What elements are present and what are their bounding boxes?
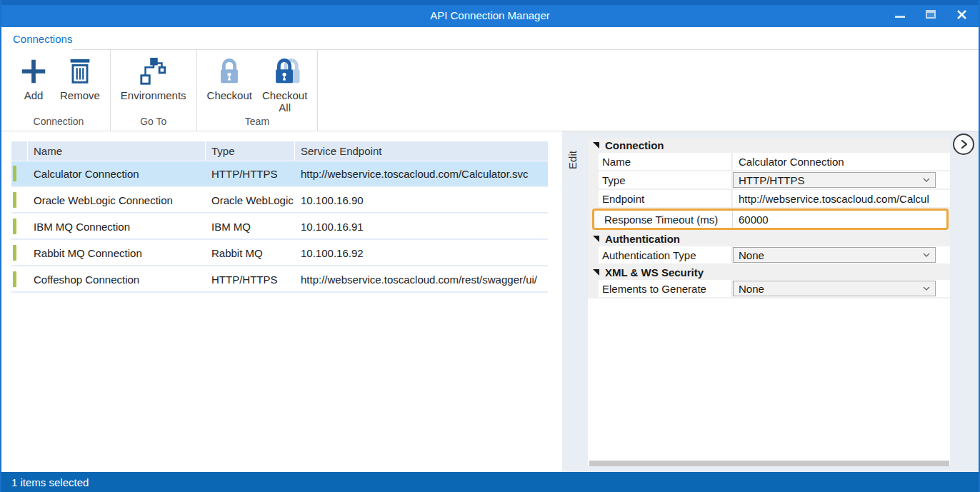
edit-tab-label: Edit <box>566 151 579 169</box>
prop-label-authentication-type: Authentication Type <box>599 246 731 263</box>
property-group-xml-ws-security: XML & WS Security Elements to Generate N… <box>588 265 950 297</box>
cell-name: Coffeshop Connection <box>28 267 206 291</box>
chevron-down-icon <box>923 253 930 257</box>
tab-edit[interactable]: Edit <box>562 138 584 472</box>
property-group-header[interactable]: Authentication <box>588 231 950 246</box>
cell-type: HTTP/HTTPS <box>206 161 295 186</box>
prop-dropdown-elements-to-generate[interactable]: None <box>733 281 936 296</box>
environments-icon <box>138 56 169 87</box>
checkout-status-indicator <box>13 166 16 181</box>
property-row-authentication-type: Authentication Type None <box>588 246 950 263</box>
cell-service-endpoint: http://webservice.toscacloud.com/Calcula… <box>295 161 548 186</box>
header-service-endpoint[interactable]: Service Endpoint <box>295 141 548 161</box>
table-row-coffeshop-connection[interactable]: Coffeshop Connection HTTP/HTTPS http://w… <box>11 267 548 293</box>
property-row-response-timeout-ms: Response Timeout (ms) 60000 <box>592 209 949 230</box>
add-button[interactable]: Add <box>17 56 50 101</box>
cell-type: Oracle WebLogic <box>206 188 295 212</box>
prop-dropdown-authentication-type[interactable]: None <box>733 247 936 263</box>
prop-value-endpoint[interactable]: http://webservice.toscacloud.com/Calcul <box>733 190 950 207</box>
checkout-status-indicator <box>13 192 16 208</box>
trash-icon <box>64 56 96 87</box>
checkout-status-indicator <box>13 271 16 287</box>
table-row-oracle-weblogic-connection[interactable]: Oracle WebLogic Connection Oracle WebLog… <box>11 188 548 214</box>
ribbon-group-go-to: Environments Go To <box>111 50 197 131</box>
prop-value-elements-to-generate: None <box>733 280 950 297</box>
table-row-rabbit-mq-connection[interactable]: Rabbit MQ Connection Rabbit MQ 10.100.16… <box>11 241 548 266</box>
lock-stack-icon <box>269 56 301 87</box>
chevron-right-icon <box>960 139 968 149</box>
edit-panel: Edit Connection Name Calculator Connecti… <box>562 131 979 472</box>
cell-service-endpoint: 10.100.16.90 <box>295 188 548 212</box>
window-title: API Connection Manager <box>430 9 550 21</box>
cell-name: Calculator Connection <box>28 161 206 186</box>
lock-icon <box>214 56 245 87</box>
ribbon-group-connection: Add Remove Connection <box>7 50 111 131</box>
maximize-icon <box>926 10 936 19</box>
property-group-connection: Connection Name Calculator Connection Ty… <box>588 138 950 230</box>
checkout-status-indicator <box>13 245 16 261</box>
property-row-endpoint: Endpoint http://webservice.toscacloud.co… <box>588 190 950 207</box>
cell-type: Rabbit MQ <box>206 241 295 265</box>
property-grid: Connection Name Calculator Connection Ty… <box>588 138 950 466</box>
minimize-icon <box>895 16 905 18</box>
checkout-button[interactable]: Checkout <box>207 56 252 101</box>
cell-name: IBM MQ Connection <box>28 214 206 239</box>
prop-value-name[interactable]: Calculator Connection <box>733 153 950 170</box>
property-group-header[interactable]: XML & WS Security <box>588 265 950 280</box>
property-row-type: Type HTTP/HTTPS <box>588 171 950 189</box>
property-group-header[interactable]: Connection <box>588 138 950 153</box>
ribbon-group-label: Go To <box>121 114 186 131</box>
cell-type: IBM MQ <box>206 214 295 239</box>
ribbon-tab-row: Connections <box>1 27 979 50</box>
checkout-status-indicator <box>13 219 16 234</box>
ribbon-group-label: Team <box>207 114 308 131</box>
property-rows: Connection Name Calculator Connection Ty… <box>588 138 950 298</box>
cell-name: Rabbit MQ Connection <box>28 241 206 265</box>
header-name[interactable]: Name <box>28 141 206 161</box>
cell-type: HTTP/HTTPS <box>206 267 295 291</box>
selection-count: 1 items selected <box>11 476 89 488</box>
content-area: Name Type Service Endpoint Calculator Co… <box>1 131 979 472</box>
cell-name: Oracle WebLogic Connection <box>28 188 206 212</box>
header-indicator-column <box>11 141 28 161</box>
api-connection-manager-window: API Connection Manager Connections Add R… <box>0 0 980 492</box>
close-button[interactable] <box>956 9 967 20</box>
horizontal-scrollbar[interactable] <box>589 461 949 466</box>
list-header: Name Type Service Endpoint <box>11 141 548 161</box>
header-type[interactable]: Type <box>206 141 295 161</box>
chevron-down-icon <box>923 178 930 182</box>
property-row-name: Name Calculator Connection <box>588 153 950 170</box>
cell-service-endpoint: 10.100.16.92 <box>295 241 548 265</box>
remove-button[interactable]: Remove <box>60 56 100 101</box>
table-row-calculator-connection[interactable]: Calculator Connection HTTP/HTTPS http://… <box>11 161 548 187</box>
cell-service-endpoint: http://webservice.toscacloud.com/rest/sw… <box>295 267 548 291</box>
prop-label-endpoint: Endpoint <box>599 190 731 207</box>
prop-label-elements-to-generate: Elements to Generate <box>599 280 731 297</box>
collapse-panel-button[interactable] <box>953 134 974 155</box>
prop-label-type: Type <box>599 171 731 189</box>
prop-value-authentication-type: None <box>733 246 950 263</box>
prop-value-response-timeout-ms[interactable]: 60000 <box>732 211 946 228</box>
minimize-button[interactable] <box>894 9 906 20</box>
plus-icon <box>18 56 49 87</box>
ribbon-groups: Add Remove Connection Environments Go To… <box>1 50 979 131</box>
environments-button[interactable]: Environments <box>121 56 186 101</box>
collapse-triangle-icon <box>593 269 599 276</box>
table-row-ibm-mq-connection[interactable]: IBM MQ Connection IBM MQ 10.100.16.91 <box>11 214 548 240</box>
ribbon-group-label: Connection <box>17 114 100 131</box>
tab-connections[interactable]: Connections <box>1 33 84 45</box>
checkout-all-button[interactable]: Checkout All <box>262 56 307 114</box>
collapse-triangle-icon <box>593 142 599 149</box>
prop-label-response-timeout-ms: Response Timeout (ms) <box>601 211 732 228</box>
property-group-authentication: Authentication Authentication Type None <box>588 231 950 263</box>
list-rows: Calculator Connection HTTP/HTTPS http://… <box>11 161 548 293</box>
connections-list: Name Type Service Endpoint Calculator Co… <box>11 141 548 472</box>
close-icon <box>956 9 967 20</box>
prop-dropdown-type[interactable]: HTTP/HTTPS <box>733 172 936 188</box>
collapse-triangle-icon <box>593 236 599 242</box>
property-row-elements-to-generate: Elements to Generate None <box>588 280 950 297</box>
maximize-button[interactable] <box>925 9 936 20</box>
ribbon: Connections Add Remove Connection Enviro… <box>1 27 979 131</box>
prop-label-name: Name <box>599 153 731 170</box>
chevron-down-icon <box>923 286 930 291</box>
